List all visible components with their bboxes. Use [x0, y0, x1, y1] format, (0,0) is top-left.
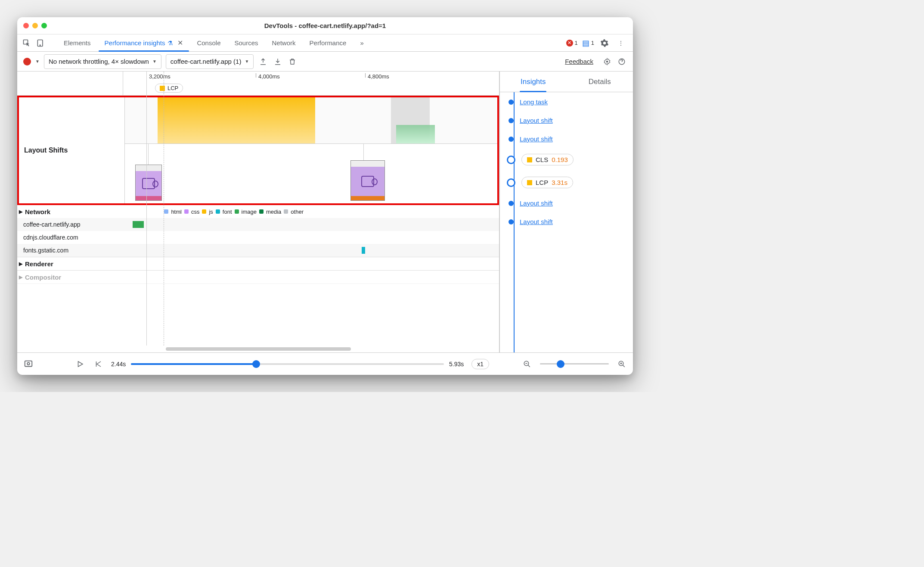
tab-label: Performance insights	[105, 39, 165, 47]
network-row[interactable]: cdnjs.cloudflare.com	[17, 231, 499, 244]
insight-item[interactable]: Layout shift	[509, 135, 630, 143]
record-dropdown[interactable]: ▼	[35, 59, 40, 64]
delete-icon[interactable]	[287, 56, 298, 67]
speed-button[interactable]: x1	[471, 359, 489, 369]
insight-link[interactable]: Layout shift	[520, 117, 553, 124]
request-bar[interactable]	[362, 247, 365, 254]
errors-badge[interactable]: ✕1	[566, 40, 578, 47]
screenshot-thumb[interactable]	[135, 165, 162, 201]
guide-line	[164, 72, 164, 346]
layout-shifts-row: Layout Shifts	[17, 96, 499, 205]
feedback-link[interactable]: Feedback	[565, 58, 593, 65]
main-tabs: Elements Performance insights ⚗ ✕ Consol…	[17, 34, 633, 52]
tab-label: Console	[197, 39, 220, 47]
messages-badge[interactable]: ▤1	[582, 38, 594, 48]
throttle-label: No network throttling, 4× slowdown	[49, 58, 149, 65]
screenshot-thumb[interactable]	[350, 160, 385, 201]
insight-item[interactable]: Layout shift	[509, 199, 630, 207]
insight-link[interactable]: Layout shift	[520, 218, 553, 225]
section-title: Renderer	[25, 260, 53, 268]
compositor-header[interactable]: ▶Compositor	[17, 271, 499, 284]
layout-shifts-label: Layout Shifts	[19, 97, 125, 203]
minimize-window-button[interactable]	[32, 23, 38, 28]
zoom-in-icon[interactable]	[617, 359, 627, 369]
insight-item[interactable]: Layout shift	[509, 117, 630, 124]
insight-link[interactable]: Layout shift	[520, 135, 553, 143]
insight-cls[interactable]: CLS 0.193	[509, 154, 630, 165]
zoom-knob[interactable]	[557, 360, 564, 368]
svg-rect-5	[25, 361, 32, 366]
zoom-slider[interactable]	[540, 363, 609, 364]
window-title: DevTools - coffee-cart.netlify.app/?ad=1	[17, 22, 633, 29]
tab-details[interactable]: Details	[567, 72, 633, 92]
footer: 2.44s 5.93s x1	[17, 352, 633, 375]
lcp-block[interactable]	[158, 97, 315, 143]
preview-icon[interactable]	[23, 359, 34, 369]
tab-network[interactable]: Network	[266, 34, 302, 51]
collapse-icon: ▶	[19, 209, 22, 215]
export-icon[interactable]	[258, 56, 268, 67]
more-tabs[interactable]: »	[354, 34, 369, 51]
svg-point-3	[606, 60, 608, 62]
record-button[interactable]	[23, 58, 31, 65]
network-legend: html css js font image media other	[164, 209, 499, 215]
tab-elements[interactable]: Elements	[58, 34, 97, 51]
kebab-icon[interactable]: ⋮	[615, 37, 627, 49]
timeline-panel: 3,200ms 4,000ms 4,800ms LCP Layout Shift…	[17, 72, 499, 352]
insight-item[interactable]: Layout shift	[509, 218, 630, 225]
time-ruler[interactable]: 3,200ms 4,000ms 4,800ms LCP	[17, 72, 499, 96]
insight-lcp[interactable]: LCP 3.31s	[509, 177, 630, 188]
overview-graph[interactable]	[125, 97, 497, 144]
import-icon[interactable]	[273, 56, 283, 67]
play-icon[interactable]	[75, 359, 85, 369]
network-row[interactable]: coffee-cart.netlify.app	[17, 218, 499, 231]
sidebar: Insights Details Long task Layout shift …	[499, 72, 633, 352]
close-window-button[interactable]	[23, 23, 29, 28]
compositor-section: ▶Compositor	[17, 271, 499, 284]
rewind-icon[interactable]	[93, 359, 103, 369]
tab-performance-insights[interactable]: Performance insights ⚗ ✕	[99, 34, 189, 51]
cls-pill: CLS 0.193	[521, 154, 574, 165]
network-header[interactable]: ▶ Network html css js font image media o…	[17, 205, 499, 218]
insight-item[interactable]: Long task	[509, 98, 630, 106]
tab-sources[interactable]: Sources	[228, 34, 264, 51]
collapse-icon: ▶	[19, 261, 22, 267]
section-title: Network	[25, 208, 50, 215]
experiment-icon: ⚗	[167, 40, 173, 47]
green-block[interactable]	[396, 125, 435, 143]
maximize-window-button[interactable]	[41, 23, 47, 28]
devtools-window: DevTools - coffee-cart.netlify.app/?ad=1…	[17, 17, 633, 375]
device-toggle-icon[interactable]	[34, 37, 47, 49]
renderer-header[interactable]: ▶Renderer	[17, 257, 499, 270]
tab-label: Performance	[310, 39, 347, 47]
time-start: 2.44s	[111, 361, 126, 368]
screenshot-strip[interactable]	[125, 144, 497, 203]
zoom-out-icon[interactable]	[522, 359, 532, 369]
inspect-icon[interactable]	[21, 37, 33, 49]
throttle-select[interactable]: No network throttling, 4× slowdown▼	[44, 54, 161, 69]
insight-link[interactable]: Long task	[520, 98, 548, 106]
slider-knob[interactable]	[252, 360, 260, 368]
recording-label: coffee-cart.netlify.app (1)	[171, 58, 242, 65]
tab-label: Network	[272, 39, 296, 47]
time-slider[interactable]: 2.44s 5.93s	[111, 361, 464, 368]
tab-performance[interactable]: Performance	[304, 34, 353, 51]
insights-list[interactable]: Long task Layout shift Layout shift CLS …	[500, 92, 633, 352]
help-icon[interactable]	[617, 56, 627, 67]
lcp-marker[interactable]: LCP	[155, 84, 183, 93]
horizontal-scrollbar[interactable]	[17, 346, 499, 352]
insight-link[interactable]: Layout shift	[520, 199, 553, 207]
svg-point-6	[27, 362, 30, 365]
window-controls	[23, 23, 47, 28]
tab-insights[interactable]: Insights	[500, 72, 567, 92]
request-bar[interactable]	[133, 221, 144, 228]
recording-select[interactable]: coffee-cart.netlify.app (1)▼	[166, 54, 254, 69]
network-row[interactable]: fonts.gstatic.com	[17, 244, 499, 257]
close-icon[interactable]: ✕	[177, 39, 183, 47]
guide-line	[146, 72, 147, 346]
tab-console[interactable]: Console	[191, 34, 226, 51]
network-section: ▶ Network html css js font image media o…	[17, 205, 499, 257]
settings-icon[interactable]	[598, 37, 611, 49]
svg-point-2	[40, 45, 40, 46]
panel-settings-icon[interactable]	[602, 56, 612, 67]
